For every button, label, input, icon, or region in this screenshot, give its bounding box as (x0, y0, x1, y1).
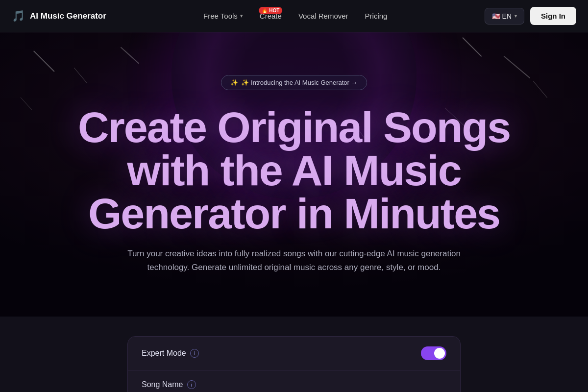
song-name-label: Song Name i (142, 380, 196, 389)
nav-label-free-tools: Free Tools (203, 12, 238, 20)
hero-heading: Create Original Songs with the AI Music … (68, 106, 520, 235)
music-note-icon: 🎵 (12, 10, 25, 23)
star-streak (74, 68, 87, 83)
star-streak (533, 81, 548, 98)
nav-label-pricing: Pricing (365, 12, 388, 20)
navbar: 🎵 AI Music Generator Free Tools ▾ 🔥 HOT … (0, 0, 588, 32)
hero-heading-line1: Create Original Songs (78, 103, 510, 151)
toggle-thumb (434, 348, 445, 359)
nav-item-free-tools[interactable]: Free Tools ▾ (196, 8, 250, 24)
nav-item-vocal-remover[interactable]: Vocal Remover (292, 8, 355, 24)
expert-mode-label: Expert Mode i (142, 349, 199, 358)
expert-mode-text: Expert Mode (142, 349, 186, 358)
star-streak (121, 47, 139, 64)
song-name-row: Song Name i (128, 370, 460, 392)
main-card: Expert Mode i Song Name i (127, 336, 461, 392)
song-name-info-icon[interactable]: i (187, 380, 196, 389)
song-name-text: Song Name (142, 380, 183, 389)
card-section: Expert Mode i Song Name i (0, 317, 588, 392)
intro-badge[interactable]: ✨ ✨ Introducing the AI Music Generator → (221, 75, 367, 90)
logo[interactable]: 🎵 AI Music Generator (12, 10, 106, 23)
nav-center: Free Tools ▾ 🔥 HOT Create Vocal Remover … (196, 8, 394, 24)
expert-mode-info-icon[interactable]: i (190, 349, 199, 358)
nav-item-create[interactable]: 🔥 HOT Create (253, 8, 289, 24)
hero-heading-line2: with the AI Music (127, 146, 461, 195)
language-selector[interactable]: 🇺🇸 EN ▾ (485, 8, 524, 24)
hero-section: ✨ ✨ Introducing the AI Music Generator →… (0, 32, 588, 317)
chevron-down-icon: ▾ (514, 13, 517, 19)
nav-right: 🇺🇸 EN ▾ Sign In (485, 7, 576, 25)
star-streak (504, 55, 531, 78)
sparkle-icon: ✨ (230, 79, 238, 86)
hot-badge: 🔥 HOT (259, 7, 282, 14)
star-streak (33, 50, 54, 72)
nav-item-pricing[interactable]: Pricing (358, 8, 394, 24)
intro-badge-text: ✨ Introducing the AI Music Generator → (241, 79, 357, 86)
expert-mode-row: Expert Mode i (128, 337, 460, 370)
expert-mode-toggle[interactable] (421, 346, 446, 360)
star-streak (20, 97, 32, 110)
star-streak (463, 37, 482, 57)
sign-in-button[interactable]: Sign In (530, 7, 576, 25)
hero-subtext: Turn your creative ideas into fully real… (122, 247, 466, 273)
nav-label-vocal-remover: Vocal Remover (298, 12, 348, 20)
language-label: 🇺🇸 EN (492, 12, 512, 20)
chevron-down-icon: ▾ (240, 13, 243, 19)
logo-text: AI Music Generator (30, 11, 106, 21)
hero-heading-line3: Generator in Minutes (88, 189, 500, 238)
